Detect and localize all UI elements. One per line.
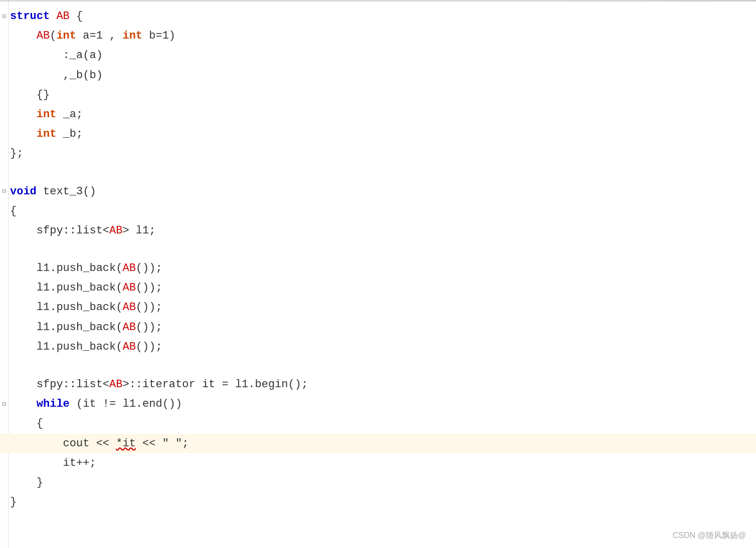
code-line: sfpy::list<AB> l1; xyxy=(0,221,756,240)
code-content: ,_b(b) xyxy=(10,67,103,84)
token-plain: { xyxy=(10,417,43,430)
code-line: it++; xyxy=(0,453,756,473)
code-content: int _b; xyxy=(10,125,83,143)
code-line: l1.push_back(AB()); xyxy=(0,278,756,298)
code-line: int _a; xyxy=(0,105,756,124)
code-line: l1.push_back(AB()); xyxy=(0,258,756,278)
code-content: cout << *it << " "; xyxy=(10,435,188,452)
code-content: it++; xyxy=(10,454,96,472)
code-content: { xyxy=(10,415,43,432)
token-plain: ,_b(b) xyxy=(10,69,103,82)
code-content: sfpy::list<AB> l1; xyxy=(10,222,155,239)
token-plain: {} xyxy=(10,89,50,101)
code-line: { xyxy=(0,414,756,433)
code-content: sfpy::list<AB>::iterator it = l1.begin()… xyxy=(10,376,308,393)
credit-label: CSDN @随风飘扬@ xyxy=(673,529,746,542)
code-content: while (it != l1.end()) xyxy=(10,395,182,413)
token-plain: :_a(a) xyxy=(10,49,103,62)
code-content: l1.push_back(AB()); xyxy=(10,319,162,336)
code-content: l1.push_back(AB()); xyxy=(10,299,162,316)
code-content: {} xyxy=(10,86,50,104)
code-content: { xyxy=(10,202,17,220)
code-line: } xyxy=(0,492,756,512)
token-plain: it++; xyxy=(10,457,96,469)
code-line: l1.push_back(AB()); xyxy=(0,318,756,337)
fold-indicator[interactable]: ⊟ xyxy=(2,186,6,197)
code-line: { xyxy=(0,201,756,221)
fold-indicator[interactable]: ⊟ xyxy=(2,399,6,410)
code-line: {} xyxy=(0,85,756,105)
code-content: l1.push_back(AB()); xyxy=(10,259,162,277)
code-line: }; xyxy=(0,144,756,163)
code-line: ,_b(b) xyxy=(0,66,756,85)
code-line: sfpy::list<AB>::iterator it = l1.begin()… xyxy=(0,375,756,394)
code-content: l1.push_back(AB()); xyxy=(10,279,162,297)
code-line: l1.push_back(AB()); xyxy=(0,337,756,357)
code-line: AB(int a=1 , int b=1) xyxy=(0,26,756,46)
code-content: struct AB { xyxy=(10,8,83,25)
code-line: int _b; xyxy=(0,124,756,144)
token-plain: { xyxy=(10,205,17,217)
code-line: l1.push_back(AB()); xyxy=(0,298,756,317)
code-line xyxy=(0,357,756,375)
code-content: } xyxy=(10,474,43,491)
code-content: l1.push_back(AB()); xyxy=(10,338,162,356)
code-line: } xyxy=(0,473,756,492)
fold-indicator[interactable]: ⊟ xyxy=(2,11,6,22)
token-plain: }; xyxy=(10,147,23,160)
code-content: int _a; xyxy=(10,106,83,123)
token-plain: } xyxy=(10,496,17,508)
code-line: ⊟struct AB { xyxy=(0,7,756,26)
code-content: void text_3() xyxy=(10,183,96,200)
code-content: AB(int a=1 , int b=1) xyxy=(10,27,175,45)
code-line: ⊟void text_3() xyxy=(0,182,756,201)
code-content: } xyxy=(10,493,17,511)
code-line: ⊟ while (it != l1.end()) xyxy=(0,394,756,414)
code-line: :_a(a) xyxy=(0,46,756,65)
code-line xyxy=(0,164,756,182)
code-line xyxy=(0,240,756,258)
code-content: }; xyxy=(10,145,23,162)
token-plain: } xyxy=(10,476,43,489)
code-line: cout << *it << " "; xyxy=(0,434,756,453)
code-editor: ⊟struct AB { AB(int a=1 , int b=1) :_a(a… xyxy=(0,2,756,548)
code-content: :_a(a) xyxy=(10,47,103,64)
